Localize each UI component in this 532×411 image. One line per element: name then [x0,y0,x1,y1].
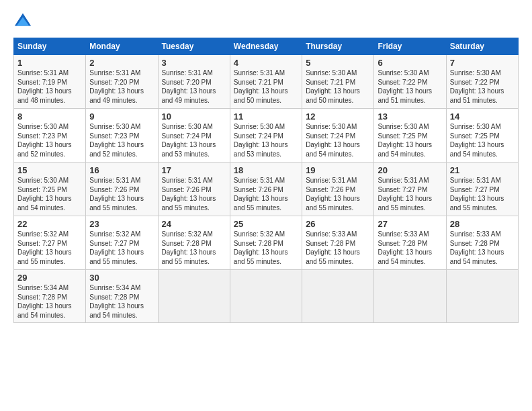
calendar-cell: 20 Sunrise: 5:31 AMSunset: 7:27 PMDaylig… [374,163,446,216]
day-number: 24 [162,219,226,229]
calendar-cell [374,270,446,323]
col-header-tuesday: Tuesday [158,38,230,55]
calendar-cell [302,270,374,323]
logo-icon [13,12,32,31]
day-number: 3 [162,58,226,68]
day-detail: Sunrise: 5:31 AMSunset: 7:21 PMDaylight:… [234,69,288,104]
calendar-table: SundayMondayTuesdayWednesdayThursdayFrid… [13,38,519,323]
day-number: 5 [306,58,370,68]
day-detail: Sunrise: 5:34 AMSunset: 7:28 PMDaylight:… [89,284,144,319]
day-detail: Sunrise: 5:33 AMSunset: 7:28 PMDaylight:… [450,230,504,265]
day-detail: Sunrise: 5:30 AMSunset: 7:21 PMDaylight:… [306,69,360,104]
calendar-cell: 10 Sunrise: 5:30 AMSunset: 7:24 PMDaylig… [158,109,230,163]
calendar-cell [446,270,518,323]
day-detail: Sunrise: 5:31 AMSunset: 7:20 PMDaylight:… [89,69,144,104]
col-header-wednesday: Wednesday [230,38,302,55]
day-detail: Sunrise: 5:30 AMSunset: 7:22 PMDaylight:… [450,69,504,104]
day-detail: Sunrise: 5:33 AMSunset: 7:28 PMDaylight:… [378,230,432,265]
calendar-cell: 28 Sunrise: 5:33 AMSunset: 7:28 PMDaylig… [446,216,518,270]
day-number: 19 [306,165,370,175]
day-detail: Sunrise: 5:32 AMSunset: 7:27 PMDaylight:… [89,230,144,265]
calendar-cell: 3 Sunrise: 5:31 AMSunset: 7:20 PMDayligh… [158,55,230,109]
calendar-cell: 25 Sunrise: 5:32 AMSunset: 7:28 PMDaylig… [230,216,302,270]
day-number: 1 [17,58,82,68]
day-number: 26 [306,219,370,229]
day-detail: Sunrise: 5:32 AMSunset: 7:28 PMDaylight:… [234,230,288,265]
calendar-cell: 15 Sunrise: 5:30 AMSunset: 7:25 PMDaylig… [14,163,86,216]
day-number: 27 [378,219,442,229]
day-number: 7 [450,58,515,68]
calendar-cell: 19 Sunrise: 5:31 AMSunset: 7:26 PMDaylig… [302,163,374,216]
col-header-sunday: Sunday [14,38,86,55]
day-number: 2 [89,58,154,68]
calendar-cell: 14 Sunrise: 5:30 AMSunset: 7:25 PMDaylig… [446,109,518,163]
calendar-cell: 5 Sunrise: 5:30 AMSunset: 7:21 PMDayligh… [302,55,374,109]
day-detail: Sunrise: 5:30 AMSunset: 7:25 PMDaylight:… [378,123,432,158]
calendar-cell: 4 Sunrise: 5:31 AMSunset: 7:21 PMDayligh… [230,55,302,109]
week-row-5: 29 Sunrise: 5:34 AMSunset: 7:28 PMDaylig… [14,270,519,323]
header-row: SundayMondayTuesdayWednesdayThursdayFrid… [14,38,519,55]
page: SundayMondayTuesdayWednesdayThursdayFrid… [0,0,532,411]
calendar-cell: 18 Sunrise: 5:31 AMSunset: 7:26 PMDaylig… [230,163,302,216]
calendar-cell: 16 Sunrise: 5:31 AMSunset: 7:26 PMDaylig… [86,163,158,216]
day-number: 22 [17,219,82,229]
day-detail: Sunrise: 5:30 AMSunset: 7:23 PMDaylight:… [89,123,144,158]
day-detail: Sunrise: 5:30 AMSunset: 7:23 PMDaylight:… [17,123,72,158]
day-detail: Sunrise: 5:31 AMSunset: 7:26 PMDaylight:… [89,177,144,212]
day-number: 8 [17,111,82,122]
calendar-cell: 23 Sunrise: 5:32 AMSunset: 7:27 PMDaylig… [86,216,158,270]
week-row-3: 15 Sunrise: 5:30 AMSunset: 7:25 PMDaylig… [14,163,519,216]
day-detail: Sunrise: 5:30 AMSunset: 7:24 PMDaylight:… [234,123,288,158]
day-number: 6 [378,58,442,68]
day-number: 17 [162,165,226,175]
day-detail: Sunrise: 5:30 AMSunset: 7:25 PMDaylight:… [17,177,72,212]
day-number: 16 [89,165,154,175]
calendar-cell: 30 Sunrise: 5:34 AMSunset: 7:28 PMDaylig… [86,270,158,323]
calendar-cell: 27 Sunrise: 5:33 AMSunset: 7:28 PMDaylig… [374,216,446,270]
day-detail: Sunrise: 5:30 AMSunset: 7:24 PMDaylight:… [306,123,360,158]
calendar-cell: 9 Sunrise: 5:30 AMSunset: 7:23 PMDayligh… [86,109,158,163]
calendar-cell: 2 Sunrise: 5:31 AMSunset: 7:20 PMDayligh… [86,55,158,109]
calendar-cell: 29 Sunrise: 5:34 AMSunset: 7:28 PMDaylig… [14,270,86,323]
calendar-cell: 1 Sunrise: 5:31 AMSunset: 7:19 PMDayligh… [14,55,86,109]
day-detail: Sunrise: 5:31 AMSunset: 7:26 PMDaylight:… [162,177,216,212]
calendar-cell: 22 Sunrise: 5:32 AMSunset: 7:27 PMDaylig… [14,216,86,270]
day-detail: Sunrise: 5:30 AMSunset: 7:22 PMDaylight:… [378,69,432,104]
day-number: 9 [89,111,154,122]
calendar-cell [158,270,230,323]
day-number: 12 [306,111,370,122]
day-number: 25 [234,219,298,229]
week-row-2: 8 Sunrise: 5:30 AMSunset: 7:23 PMDayligh… [14,109,519,163]
calendar-cell: 6 Sunrise: 5:30 AMSunset: 7:22 PMDayligh… [374,55,446,109]
logo [13,12,35,31]
day-detail: Sunrise: 5:31 AMSunset: 7:26 PMDaylight:… [234,177,288,212]
day-number: 18 [234,165,298,175]
calendar-cell: 12 Sunrise: 5:30 AMSunset: 7:24 PMDaylig… [302,109,374,163]
day-detail: Sunrise: 5:31 AMSunset: 7:20 PMDaylight:… [162,69,216,104]
day-detail: Sunrise: 5:30 AMSunset: 7:24 PMDaylight:… [162,123,216,158]
day-number: 23 [89,219,154,229]
day-number: 11 [234,111,298,122]
calendar-cell: 7 Sunrise: 5:30 AMSunset: 7:22 PMDayligh… [446,55,518,109]
calendar-cell: 8 Sunrise: 5:30 AMSunset: 7:23 PMDayligh… [14,109,86,163]
day-detail: Sunrise: 5:33 AMSunset: 7:28 PMDaylight:… [306,230,360,265]
day-number: 28 [450,219,515,229]
calendar-cell: 21 Sunrise: 5:31 AMSunset: 7:27 PMDaylig… [446,163,518,216]
day-number: 29 [17,273,82,283]
day-detail: Sunrise: 5:34 AMSunset: 7:28 PMDaylight:… [17,284,72,319]
week-row-4: 22 Sunrise: 5:32 AMSunset: 7:27 PMDaylig… [14,216,519,270]
day-number: 15 [17,165,82,175]
day-number: 13 [378,111,442,122]
col-header-friday: Friday [374,38,446,55]
day-detail: Sunrise: 5:31 AMSunset: 7:27 PMDaylight:… [378,177,432,212]
day-detail: Sunrise: 5:31 AMSunset: 7:19 PMDaylight:… [17,69,72,104]
day-detail: Sunrise: 5:31 AMSunset: 7:26 PMDaylight:… [306,177,360,212]
header [13,12,519,31]
day-number: 30 [89,273,154,283]
day-number: 20 [378,165,442,175]
col-header-monday: Monday [86,38,158,55]
col-header-thursday: Thursday [302,38,374,55]
day-detail: Sunrise: 5:32 AMSunset: 7:28 PMDaylight:… [162,230,216,265]
calendar-cell [230,270,302,323]
day-detail: Sunrise: 5:31 AMSunset: 7:27 PMDaylight:… [450,177,504,212]
